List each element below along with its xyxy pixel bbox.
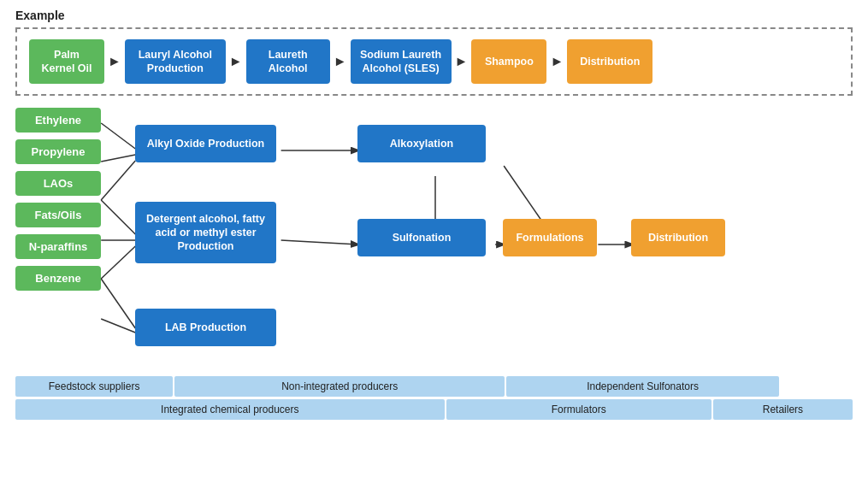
diagram-area: Ethylene Propylene LAOs Fats/Oils N-para… [15, 108, 853, 373]
n-paraffins-box: N-paraffins [15, 234, 101, 259]
propylene-box: Propylene [15, 139, 101, 164]
feedstock-suppliers-label: Feedstock suppliers [15, 376, 173, 397]
main-diagram: Ethylene Propylene LAOs Fats/Oils N-para… [15, 108, 853, 420]
lab-production-box: LAB Production [135, 309, 276, 346]
svg-line-3 [101, 200, 135, 234]
shampoo-box: Shampoo [471, 39, 546, 84]
sulfonation-box: Sulfonation [357, 219, 486, 256]
palm-kernel-box: Palm Kernel Oil [29, 39, 104, 84]
integrated-chemical-label: Integrated chemical producers [15, 399, 445, 420]
footer-row1: Feedstock suppliers Non-integrated produ… [15, 376, 853, 397]
arrow-5: ► [546, 54, 567, 69]
formulators-label: Formulators [446, 399, 712, 420]
formulations-box: Formulations [503, 219, 597, 256]
svg-line-6 [101, 279, 135, 328]
svg-line-9 [281, 240, 358, 244]
footer-labels: Feedstock suppliers Non-integrated produ… [15, 376, 853, 420]
example-flow-box: Palm Kernel Oil ► Lauryl Alcohol Product… [15, 27, 853, 96]
feedstocks-column: Ethylene Propylene LAOs Fats/Oils N-para… [15, 108, 101, 291]
retailers-label: Retailers [713, 399, 853, 420]
arrow-1: ► [104, 54, 125, 69]
laos-box: LAOs [15, 171, 101, 196]
lauryl-alcohol-box: Lauryl Alcohol Production [125, 39, 226, 84]
fats-oils-box: Fats/Oils [15, 203, 101, 227]
non-integrated-label: Non-integrated producers [174, 376, 505, 397]
distribution-example-box: Distribution [567, 39, 652, 84]
svg-line-2 [101, 161, 135, 200]
independent-sulfonators-label: Independent Sulfonators [506, 376, 779, 397]
svg-line-5 [101, 246, 135, 279]
laureth-alcohol-box: Laureth Alcohol [246, 39, 330, 84]
sles-box: Sodium Laureth Alcohol (SLES) [351, 39, 452, 84]
svg-line-0 [101, 123, 135, 149]
alkyl-oxide-box: Alkyl Oxide Production [135, 125, 276, 162]
footer-row2: Integrated chemical producers Formulator… [15, 399, 853, 420]
alkoxylation-box: Alkoxylation [357, 125, 486, 162]
distribution-main-box: Distribution [631, 219, 725, 256]
arrow-3: ► [330, 54, 351, 69]
ethylene-box: Ethylene [15, 108, 101, 133]
detergent-box: Detergent alcohol, fatty acid or methyl … [135, 202, 276, 263]
example-label: Example [15, 9, 853, 22]
svg-line-7 [101, 319, 135, 333]
benzene-box: Benzene [15, 266, 101, 291]
example-flow-row: Palm Kernel Oil ► Lauryl Alcohol Product… [29, 39, 652, 84]
arrow-2: ► [226, 54, 246, 69]
arrow-4: ► [452, 54, 472, 69]
page-container: Example Palm Kernel Oil ► Lauryl Alcohol… [0, 0, 868, 489]
svg-line-1 [101, 155, 135, 162]
